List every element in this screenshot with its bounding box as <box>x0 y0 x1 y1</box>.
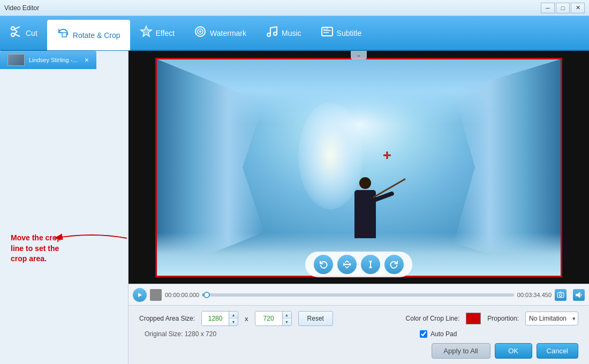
x-separator: x <box>245 315 248 323</box>
figure-head <box>359 177 371 189</box>
tab-bar: Cut Rotate & Crop Effect Watermark <box>0 16 589 51</box>
svg-point-11 <box>267 33 270 36</box>
hint-text: Move the crop line to set the crop area. <box>11 233 62 264</box>
height-spin-buttons: ▲ ▼ <box>282 312 291 325</box>
volume-button[interactable] <box>573 289 585 301</box>
title-bar: Video Editor ─ □ ✕ <box>0 0 589 16</box>
play-button[interactable] <box>133 288 147 302</box>
progress-thumb <box>203 292 210 298</box>
progress-bar[interactable] <box>202 293 514 297</box>
auto-pad-label: Auto Pad <box>431 330 457 338</box>
width-input[interactable] <box>202 312 229 325</box>
svg-line-3 <box>14 34 20 37</box>
proportion-select[interactable]: No Limitation 16:9 4:3 1:1 9:16 <box>525 312 578 325</box>
bottom-controls: Cropped Area Size: ▲ ▼ x ▲ ▼ Reset <box>129 305 589 364</box>
height-input-group: ▲ ▼ <box>255 311 292 326</box>
proportion-label: Proportion: <box>487 315 519 322</box>
controls-row1: Cropped Area Size: ▲ ▼ x ▲ ▼ Reset <box>139 311 578 326</box>
crop-cursor: ✛ <box>383 150 391 162</box>
time-start: 00:00:00.000 <box>165 292 199 298</box>
video-frame: ✛ <box>155 58 562 277</box>
cancel-button[interactable]: Cancel <box>537 343 578 359</box>
rotate-crop-icon <box>57 27 70 43</box>
window-controls: ─ □ ✕ <box>541 3 585 13</box>
watermark-icon <box>194 25 207 41</box>
svg-rect-6 <box>62 33 66 37</box>
snapshot-button[interactable] <box>555 289 567 301</box>
width-down-button[interactable]: ▼ <box>229 318 238 325</box>
window-title: Video Editor <box>4 4 541 12</box>
original-size-label: Original Size: 1280 x 720 <box>145 330 216 338</box>
playback-bar: 00:00:00.000 00:03:34.450 <box>129 284 589 305</box>
subtitle-icon: SUB <box>321 25 334 41</box>
effect-icon <box>140 25 153 41</box>
svg-line-4 <box>14 29 18 32</box>
video-canvas: ✛ ⌄ <box>129 51 589 284</box>
tab-watermark-label: Watermark <box>210 29 246 37</box>
cropped-size-label: Cropped Area Size: <box>139 315 195 322</box>
height-down-button[interactable]: ▼ <box>283 318 291 325</box>
apply-to-all-button[interactable]: Apply to All <box>432 343 490 359</box>
tunnel-glow <box>298 102 363 209</box>
rotate-right-button[interactable] <box>384 255 404 274</box>
svg-line-5 <box>14 32 18 34</box>
flip-horizontal-button[interactable] <box>337 255 357 274</box>
tab-effect-label: Effect <box>156 29 175 37</box>
file-tab: Lindsey Stirling -... × <box>0 51 96 69</box>
svg-marker-24 <box>138 293 142 297</box>
auto-pad-checkbox[interactable] <box>420 330 427 338</box>
svg-marker-20 <box>348 263 351 266</box>
video-column: ✛ ⌄ <box>129 51 589 364</box>
figure <box>354 190 376 238</box>
stop-button[interactable] <box>150 289 162 301</box>
tab-effect[interactable]: Effect <box>130 16 185 50</box>
collapse-button[interactable]: ⌄ <box>351 51 367 59</box>
file-thumbnail <box>7 54 25 66</box>
cut-icon <box>10 25 22 41</box>
svg-point-12 <box>274 32 277 35</box>
tab-music[interactable]: Music <box>256 16 311 50</box>
tab-rotate-crop[interactable]: Rotate & Crop <box>47 20 130 50</box>
time-end: 00:03:34.450 <box>517 292 552 298</box>
svg-point-26 <box>560 294 562 297</box>
figure-body <box>354 190 376 238</box>
svg-point-10 <box>199 31 201 33</box>
controls-row3: Apply to All OK Cancel <box>139 343 578 359</box>
minimize-button[interactable]: ─ <box>541 3 555 13</box>
tab-rotate-crop-label: Rotate & Crop <box>73 31 120 40</box>
tab-subtitle-label: Subtitle <box>337 29 362 37</box>
svg-line-2 <box>14 27 20 29</box>
height-input[interactable] <box>255 312 282 325</box>
music-icon <box>266 25 278 41</box>
playback-icons <box>555 289 585 301</box>
ok-button[interactable]: OK <box>495 343 532 359</box>
svg-text:SUB: SUB <box>323 27 329 31</box>
crop-color-swatch[interactable] <box>466 313 481 324</box>
width-input-group: ▲ ▼ <box>201 311 238 326</box>
crop-color-label: Color of Crop Line: <box>406 315 460 322</box>
height-up-button[interactable]: ▲ <box>283 312 291 318</box>
tab-subtitle[interactable]: SUB Subtitle <box>311 16 372 50</box>
proportion-select-wrapper: No Limitation 16:9 4:3 1:1 9:16 <box>525 312 578 325</box>
flip-vertical-button[interactable] <box>361 255 380 274</box>
file-close-button[interactable]: × <box>85 56 89 64</box>
video-overlay-controls <box>305 252 412 277</box>
file-name: Lindsey Stirling -... <box>29 57 80 63</box>
main-area: Lindsey Stirling -... × Move the crop li… <box>0 51 589 364</box>
rotate-left-button[interactable] <box>314 255 333 274</box>
svg-marker-23 <box>369 266 372 268</box>
maximize-button[interactable]: □ <box>556 3 570 13</box>
svg-marker-27 <box>576 292 580 297</box>
svg-marker-19 <box>343 263 346 266</box>
svg-marker-22 <box>369 261 372 263</box>
width-up-button[interactable]: ▲ <box>229 312 238 318</box>
width-spin-buttons: ▲ ▼ <box>229 312 238 325</box>
sidebar: Lindsey Stirling -... × Move the crop li… <box>0 51 129 364</box>
auto-pad-row: Auto Pad <box>420 330 457 338</box>
tab-watermark[interactable]: Watermark <box>184 16 256 50</box>
tab-cut[interactable]: Cut <box>0 16 47 50</box>
tab-cut-label: Cut <box>26 29 37 37</box>
reset-button[interactable]: Reset <box>298 311 333 326</box>
close-button[interactable]: ✕ <box>571 3 585 13</box>
video-content: ✛ <box>157 59 561 276</box>
